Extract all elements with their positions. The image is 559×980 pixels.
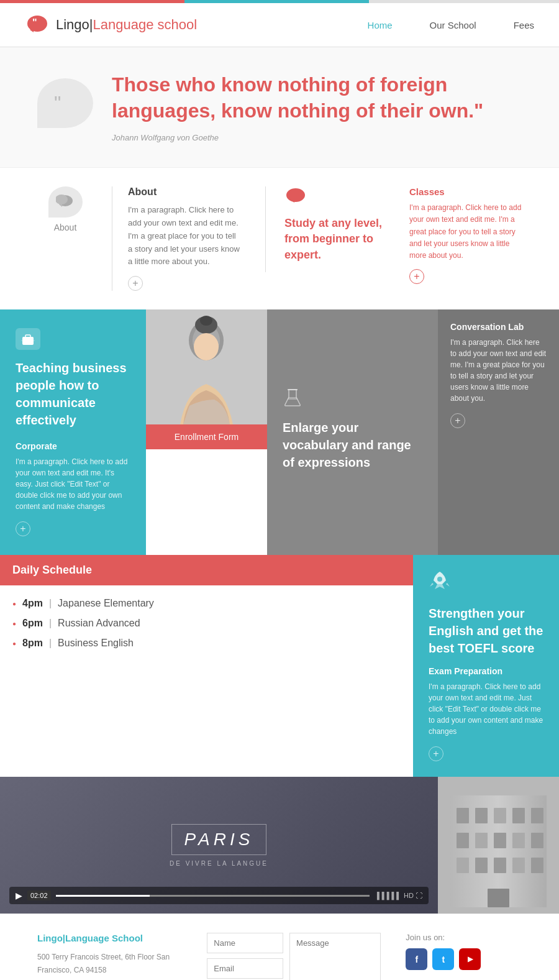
- footer-form-left: [207, 933, 283, 980]
- svg-rect-23: [457, 808, 469, 823]
- social-icons: f t ▶: [406, 948, 522, 970]
- svg-rect-29: [475, 833, 488, 848]
- progress-bar[interactable]: [56, 895, 370, 897]
- svg-text:": ": [32, 17, 37, 28]
- about-title: About: [128, 186, 240, 198]
- time-3: 8pm: [22, 638, 43, 649]
- about-text-block: About I'm a paragraph. Click here to add…: [128, 186, 240, 291]
- video-row: PARIS DE VIVRE LA LANGUE ▶ 02:02 ▐▐▐▐▐ H…: [0, 777, 559, 914]
- corporate-box: Teaching business people how to communic…: [0, 309, 146, 555]
- bullet-1: ●: [12, 600, 16, 607]
- svg-rect-30: [494, 833, 506, 848]
- svg-rect-38: [488, 889, 509, 907]
- svg-rect-37: [531, 858, 543, 873]
- time-1: 4pm: [22, 598, 43, 609]
- rocket-icon: [429, 570, 543, 597]
- video-time: 02:02: [27, 891, 51, 900]
- svg-text:": ": [54, 92, 61, 114]
- enrollment-btn[interactable]: Enrollment Form: [146, 424, 267, 449]
- bullet-3: ●: [12, 640, 16, 647]
- toefl-subtitle: Exam Preparation: [429, 666, 543, 676]
- svg-rect-27: [531, 808, 543, 823]
- toefl-plus-btn[interactable]: +: [429, 746, 443, 761]
- corporate-subtitle: Corporate: [16, 441, 130, 451]
- svg-point-16: [200, 316, 212, 326]
- logo-icon: ": [25, 12, 50, 37]
- classes-tagline: Study at any level, from beginner to exp…: [284, 216, 397, 263]
- corporate-heading: Teaching business people how to communic…: [16, 359, 130, 429]
- about-divider: [112, 186, 112, 291]
- svg-marker-6: [59, 204, 62, 207]
- hero-quote-text: Those who know nothing of foreign langua…: [112, 72, 509, 124]
- classes-right-block: Classes I'm a paragraph. Click here to a…: [397, 186, 522, 284]
- about-plus-btn[interactable]: +: [128, 276, 143, 291]
- hd-badge: HD ⛶: [404, 892, 422, 899]
- schedule-item-1: ● 4pm | Japanese Elementary: [12, 598, 401, 609]
- course-3: Business English: [58, 638, 134, 649]
- building-image: [438, 777, 559, 914]
- divider-3: |: [49, 638, 52, 649]
- video-controls: ▶ 02:02 ▐▐▐▐▐ HD ⛶: [9, 887, 429, 904]
- footer-message-input[interactable]: [289, 933, 381, 980]
- footer-top: Lingo|Language School 500 Terry Francois…: [37, 933, 522, 980]
- toefl-heading: Strengthen your English and get the best…: [429, 605, 543, 657]
- vocabulary-box: Enlarge your vocabulary and range of exp…: [267, 309, 438, 555]
- footer-name-input[interactable]: [207, 933, 283, 953]
- nav-fees[interactable]: Fees: [514, 20, 534, 30]
- classes-body: I'm a paragraph. Click here to add your …: [409, 202, 522, 262]
- person-image: [146, 309, 267, 424]
- svg-point-0: [27, 16, 47, 32]
- course-1: Japanese Elementary: [58, 598, 154, 609]
- svg-rect-28: [457, 833, 469, 848]
- main-nav: Home Our School Fees: [368, 20, 534, 30]
- footer-col-form: send: [207, 933, 381, 980]
- footer-col-social: Join us on: f t ▶: [406, 933, 522, 980]
- conv-lab-title: Conversation Lab: [450, 322, 547, 332]
- svg-point-17: [194, 333, 219, 360]
- divider-2: |: [49, 618, 52, 629]
- twitter-icon[interactable]: t: [432, 948, 454, 970]
- svg-rect-32: [531, 833, 543, 848]
- toefl-box: Strengthen your English and get the best…: [413, 555, 559, 777]
- corporate-plus-btn[interactable]: +: [16, 521, 30, 536]
- logo-area: " Lingo|Language school: [25, 12, 197, 37]
- footer-logo: Lingo|Language School: [37, 933, 182, 943]
- nav-home[interactable]: Home: [368, 20, 393, 30]
- video-box: PARIS DE VIVRE LA LANGUE ▶ 02:02 ▐▐▐▐▐ H…: [0, 777, 438, 914]
- hero-section: " Those who know nothing of foreign lang…: [0, 47, 559, 167]
- time-2: 6pm: [22, 618, 43, 629]
- about-body: I'm a paragraph. Click here to add your …: [128, 204, 240, 268]
- divider-1: |: [49, 598, 52, 609]
- svg-rect-24: [475, 808, 488, 823]
- conv-lab-body: I'm a paragraph. Click here to add your …: [450, 337, 547, 404]
- conv-lab-plus-btn[interactable]: +: [450, 413, 465, 428]
- logo-text: Lingo|Language school: [56, 17, 197, 33]
- footer-form-row: [207, 933, 381, 980]
- svg-rect-10: [25, 335, 30, 337]
- social-label: Join us on:: [406, 933, 522, 942]
- play-button[interactable]: ▶: [16, 891, 22, 900]
- bullet-2: ●: [12, 620, 16, 627]
- video-overlay: ▶ 02:02 ▐▐▐▐▐ HD ⛶: [0, 777, 438, 914]
- svg-point-19: [437, 577, 442, 582]
- nav-our-school[interactable]: Our School: [430, 20, 476, 30]
- quote-content: Those who know nothing of foreign langua…: [112, 72, 509, 142]
- footer: Lingo|Language School 500 Terry Francois…: [0, 914, 559, 980]
- about-left-icon: About: [37, 186, 112, 232]
- vocabulary-heading: Enlarge your vocabulary and range of exp…: [283, 419, 422, 471]
- schedule-list: ● 4pm | Japanese Elementary ● 6pm | Russ…: [0, 598, 413, 649]
- classes-plus-btn[interactable]: +: [409, 269, 424, 284]
- schedule-row: Daily Schedule ● 4pm | Japanese Elementa…: [0, 555, 559, 777]
- footer-email-input[interactable]: [207, 958, 283, 979]
- footer-address: 500 Terry Francois Street, 6th Floor San…: [37, 951, 182, 976]
- footer-form-right: [289, 933, 381, 980]
- youtube-icon[interactable]: ▶: [459, 948, 481, 970]
- quote-bubble-icon: ": [37, 78, 93, 128]
- quote-author: Johann Wolfgang von Goethe: [112, 133, 509, 142]
- classes-chat-icon: [284, 186, 397, 211]
- corporate-body: I'm a paragraph. Click here to add your …: [16, 456, 130, 512]
- facebook-icon[interactable]: f: [406, 948, 427, 970]
- svg-rect-34: [475, 858, 488, 873]
- conv-lab-box: Conversation Lab I'm a paragraph. Click …: [438, 309, 559, 555]
- footer-col-address: Lingo|Language School 500 Terry Francois…: [37, 933, 182, 980]
